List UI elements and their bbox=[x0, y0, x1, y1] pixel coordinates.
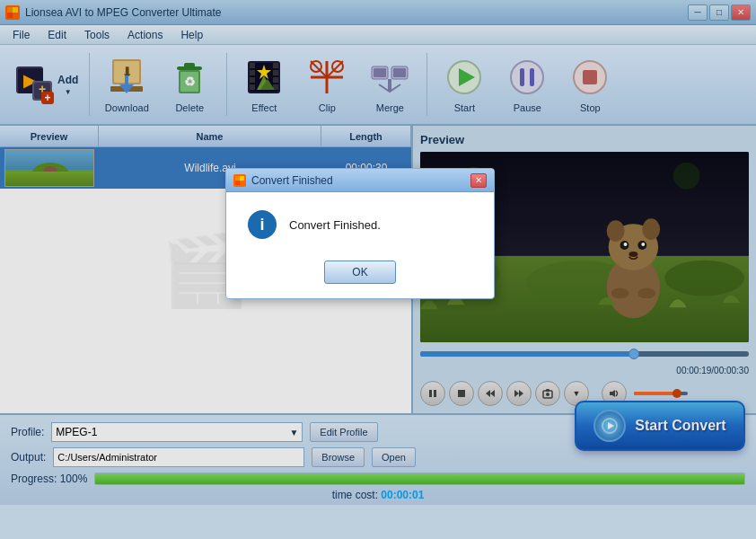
modal-title-icon bbox=[233, 174, 246, 187]
modal-body: i Convert Finished. bbox=[226, 192, 494, 257]
svg-rect-89 bbox=[235, 176, 240, 181]
svg-rect-91 bbox=[235, 181, 240, 185]
modal-footer: OK bbox=[226, 257, 494, 298]
modal-title-bar: Convert Finished ✕ bbox=[226, 169, 494, 192]
modal-overlay: Convert Finished ✕ i Convert Finished. O… bbox=[0, 0, 756, 539]
ok-button[interactable]: OK bbox=[324, 261, 396, 284]
modal-dialog: Convert Finished ✕ i Convert Finished. O… bbox=[225, 168, 495, 299]
svg-rect-92 bbox=[240, 181, 244, 185]
info-icon: i bbox=[248, 210, 277, 239]
svg-rect-90 bbox=[240, 176, 244, 181]
modal-title: Convert Finished bbox=[251, 174, 333, 187]
modal-close-button[interactable]: ✕ bbox=[470, 173, 487, 188]
modal-message: Convert Finished. bbox=[289, 218, 381, 232]
